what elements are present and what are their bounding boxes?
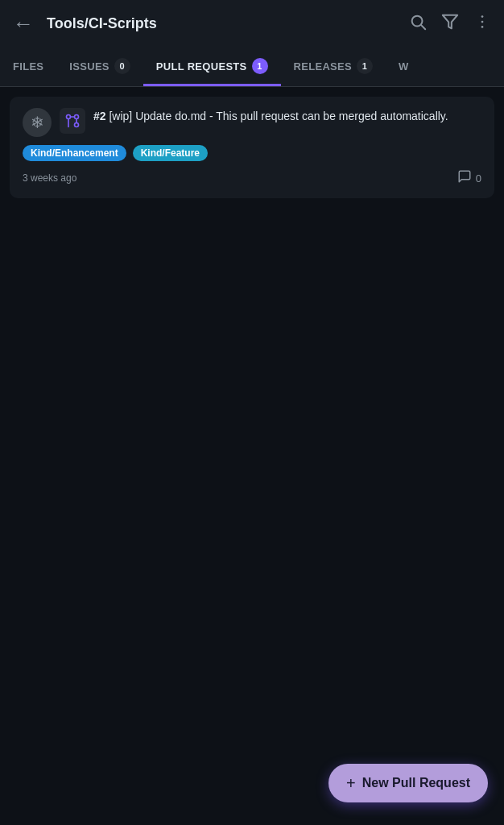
svg-point-4: [481, 21, 484, 23]
svg-marker-2: [443, 15, 457, 29]
tab-pull-requests-badge: 1: [252, 58, 268, 74]
pull-requests-content: ❄ #2 [wip] Update do.md - This pull requ…: [0, 87, 504, 825]
comment-icon: [457, 169, 472, 187]
tab-releases-badge: 1: [357, 58, 373, 74]
header: ← Tools/CI-Scripts: [0, 0, 504, 47]
svg-point-3: [481, 15, 484, 18]
page-title: Tools/CI-Scripts: [47, 15, 399, 32]
svg-point-5: [481, 26, 484, 28]
tab-files[interactable]: FILES: [0, 47, 56, 86]
tab-pull-requests[interactable]: PULL REQUESTS 1: [143, 47, 281, 86]
header-actions: [409, 13, 491, 34]
pr-time-ago: 3 weeks ago: [23, 172, 76, 184]
tab-issues[interactable]: ISSUES 0: [56, 47, 143, 86]
pr-title: #2 [wip] Update do.md - This pull reques…: [93, 108, 481, 125]
tab-files-label: FILES: [13, 60, 43, 73]
tab-wiki[interactable]: W: [386, 47, 422, 86]
svg-line-1: [421, 25, 425, 29]
tabs-bar: FILES ISSUES 0 PULL REQUESTS 1 RELEASES …: [0, 47, 504, 87]
tab-pull-requests-label: PULL REQUESTS: [156, 60, 247, 73]
tab-issues-label: ISSUES: [69, 60, 109, 73]
tab-releases-label: RELEASES: [294, 60, 352, 73]
avatar-icon: ❄: [31, 113, 44, 132]
pr-card[interactable]: ❄ #2 [wip] Update do.md - This pull requ…: [10, 97, 494, 198]
pr-comments: 0: [457, 169, 481, 187]
pr-comment-count: 0: [476, 172, 481, 184]
tab-issues-badge: 0: [114, 58, 130, 74]
pr-footer: 3 weeks ago 0: [23, 169, 481, 187]
label-kind-enhancement[interactable]: Kind/Enhancement: [23, 145, 126, 161]
pr-title-text: [wip] Update do.md - This pull request c…: [109, 110, 448, 122]
filter-icon[interactable]: [441, 13, 459, 34]
pr-labels: Kind/Enhancement Kind/Feature: [23, 145, 481, 161]
label-kind-feature[interactable]: Kind/Feature: [133, 145, 208, 161]
fab-area: + New Pull Request: [328, 764, 488, 802]
tab-releases[interactable]: RELEASES 1: [281, 47, 386, 86]
pr-merge-icon: [60, 108, 85, 134]
new-pull-request-button[interactable]: + New Pull Request: [328, 764, 488, 802]
back-button[interactable]: ←: [13, 13, 34, 34]
fab-label: New Pull Request: [362, 776, 470, 790]
more-options-icon[interactable]: [473, 13, 491, 34]
fab-plus-icon: +: [346, 775, 356, 791]
pr-card-top: ❄ #2 [wip] Update do.md - This pull requ…: [23, 108, 481, 137]
avatar: ❄: [23, 108, 52, 137]
tab-wiki-label: W: [399, 60, 409, 73]
pr-number: #2: [93, 110, 109, 122]
search-icon[interactable]: [409, 13, 427, 34]
